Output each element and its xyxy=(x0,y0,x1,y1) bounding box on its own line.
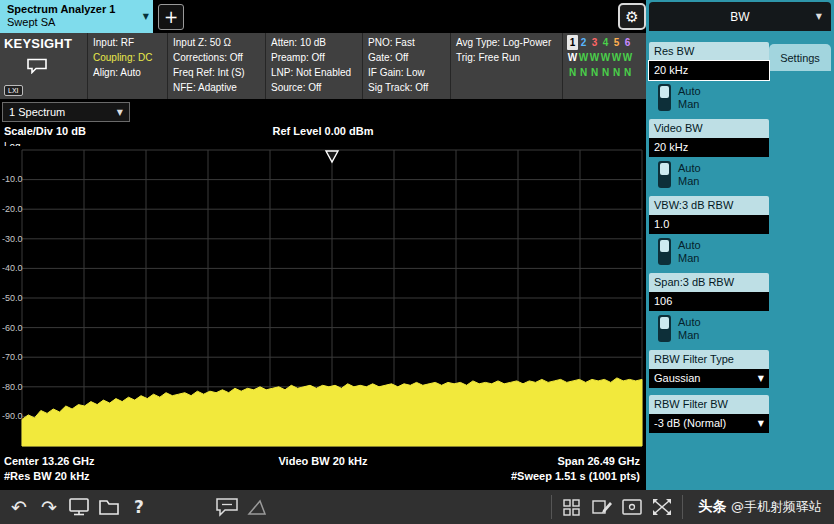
top-bar: Spectrum Analyzer 1 Swept SA ▼ + ⚙ xyxy=(0,0,646,33)
coupling-setting: Coupling: DC xyxy=(93,50,162,65)
rbw-filter-bw-selected: -3 dB (Normal) xyxy=(654,417,726,429)
res-bw-key[interactable]: Res BW xyxy=(649,42,769,61)
impedance-settings-column: Input Z: 50 Ω Corrections: Off Freq Ref:… xyxy=(168,33,266,99)
trace-2-detector: N xyxy=(578,65,589,80)
man-option[interactable]: Man xyxy=(678,252,701,265)
video-bw-value[interactable]: 20 kHz xyxy=(649,138,769,157)
trace-6-type: W xyxy=(622,50,633,65)
video-bw-auto-man-toggle[interactable]: Auto Man xyxy=(649,157,769,189)
toolbar-divider xyxy=(682,495,683,519)
man-option[interactable]: Man xyxy=(678,175,701,188)
chevron-down-icon: ▼ xyxy=(117,108,123,117)
redo-icon[interactable]: ↷ xyxy=(34,493,64,521)
mode-tab-title: Spectrum Analyzer 1 xyxy=(7,3,137,16)
span-annotation[interactable]: Span 26.49 GHz xyxy=(557,455,640,467)
auto-option[interactable]: Auto xyxy=(678,239,701,252)
trace-3-number[interactable]: 3 xyxy=(589,35,600,50)
mode-tab-swept-sa[interactable]: Spectrum Analyzer 1 Swept SA ▼ xyxy=(0,0,153,33)
span-rbw-key[interactable]: Span:3 dB RBW xyxy=(649,273,769,292)
y-tick: -40.0 xyxy=(2,263,23,273)
vbw-rbw-key[interactable]: VBW:3 dB RBW xyxy=(649,196,769,215)
bottom-toolbar: ↶ ↷ ? 头条 @手机射频 xyxy=(0,490,834,524)
spectrum-trace-svg[interactable] xyxy=(0,146,646,454)
video-bw-annotation[interactable]: Video BW 20 kHz xyxy=(0,455,646,467)
trace-5-detector: N xyxy=(611,65,622,80)
trace-numbers-row: 123456 xyxy=(567,35,642,50)
sig-track-setting: Sig Track: Off xyxy=(368,80,445,95)
brand-column: KEYSIGHT LXI xyxy=(0,33,88,99)
chart-footer: Center 13.26 GHz Video BW 20 kHz Span 26… xyxy=(0,455,646,485)
trace-5-number[interactable]: 5 xyxy=(611,35,622,50)
status-header: KEYSIGHT LXI Input: RF Coupling: DC Alig… xyxy=(0,33,646,99)
trace-status-block[interactable]: 123456 WWWWWW NNNNNN xyxy=(563,33,646,99)
auto-option[interactable]: Auto xyxy=(678,85,701,98)
span-rbw-value[interactable]: 106 xyxy=(649,292,769,311)
trace-2-number[interactable]: 2 xyxy=(578,35,589,50)
menu-item-vbw-rbw-ratio: VBW:3 dB RBW 1.0 Auto Man xyxy=(649,196,769,266)
trace-1-number[interactable]: 1 xyxy=(567,35,578,50)
edit-layout-icon[interactable] xyxy=(587,493,617,521)
span-rbw-auto-man-toggle[interactable]: Auto Man xyxy=(649,311,769,343)
ref-level-label[interactable]: Ref Level 0.00 dBm xyxy=(0,125,646,137)
auto-option[interactable]: Auto xyxy=(678,162,701,175)
vbw-rbw-auto-man-toggle[interactable]: Auto Man xyxy=(649,234,769,266)
fullscreen-expand-icon[interactable] xyxy=(647,493,677,521)
y-tick: -80.0 xyxy=(2,382,23,392)
add-tab-button[interactable]: + xyxy=(158,4,184,30)
trace-6-number[interactable]: 6 xyxy=(622,35,633,50)
rbw-filter-bw-key[interactable]: RBW Filter BW xyxy=(649,395,769,414)
y-tick: -30.0 xyxy=(2,234,23,244)
tab-settings[interactable]: Settings xyxy=(769,44,831,71)
menu-item-span-rbw-ratio: Span:3 dB RBW 106 Auto Man xyxy=(649,273,769,343)
toggle-switch-icon[interactable] xyxy=(658,238,671,265)
video-bw-key[interactable]: Video BW xyxy=(649,119,769,138)
menu-title-dropdown[interactable]: BW ▼ xyxy=(649,2,831,31)
rbw-filter-bw-value[interactable]: -3 dB (Normal) ▼ xyxy=(649,414,769,433)
trigger-setting: Trig: Free Run xyxy=(456,50,557,65)
annotation-bubble-icon[interactable] xyxy=(212,493,242,521)
display-window-icon[interactable] xyxy=(617,493,647,521)
message-bubble-icon[interactable] xyxy=(26,58,48,78)
menu-items-column: Res BW 20 kHz Auto Man Video BW 20 kHz A… xyxy=(649,42,769,440)
keysight-logo: KEYSIGHT xyxy=(0,33,87,51)
marker-triangle-icon[interactable] xyxy=(242,493,272,521)
auto-option[interactable]: Auto xyxy=(678,316,701,329)
file-folder-icon[interactable] xyxy=(94,493,124,521)
vbw-rbw-value[interactable]: 1.0 xyxy=(649,215,769,234)
sweep-annotation[interactable]: #Sweep 1.51 s (1001 pts) xyxy=(511,470,640,482)
chevron-down-icon: ▼ xyxy=(143,12,149,21)
gear-icon[interactable]: ⚙ xyxy=(618,3,646,30)
input-z-setting: Input Z: 50 Ω xyxy=(173,35,260,50)
watermark-logo-text: 头条 xyxy=(698,498,726,514)
bw-menu-panel: BW ▼ Settings Res BW 20 kHz Auto Man Vid… xyxy=(646,0,834,490)
lxi-badge: LXI xyxy=(4,85,23,96)
man-option[interactable]: Man xyxy=(678,329,701,342)
grid-select-icon[interactable] xyxy=(557,493,587,521)
man-option[interactable]: Man xyxy=(678,98,701,111)
trace-1-type: W xyxy=(567,50,578,65)
mode-tab-subtitle: Swept SA xyxy=(7,16,137,29)
spectrum-analyzer-app: Spectrum Analyzer 1 Swept SA ▼ + ⚙ KEYSI… xyxy=(0,0,834,524)
toggle-switch-icon[interactable] xyxy=(658,161,671,188)
toggle-switch-icon[interactable] xyxy=(658,315,671,342)
rbw-filter-type-key[interactable]: RBW Filter Type xyxy=(649,350,769,369)
chevron-down-icon: ▼ xyxy=(758,419,764,428)
gate-setting: Gate: Off xyxy=(368,50,445,65)
trace-4-number[interactable]: 4 xyxy=(600,35,611,50)
help-icon[interactable]: ? xyxy=(124,493,154,521)
res-bw-annotation[interactable]: #Res BW 20 kHz xyxy=(4,470,90,482)
atten-setting: Atten: 10 dB xyxy=(271,35,357,50)
res-bw-auto-man-toggle[interactable]: Auto Man xyxy=(649,80,769,112)
screenshot-icon[interactable] xyxy=(64,493,94,521)
average-settings-column: Avg Type: Log-Power Trig: Free Run xyxy=(451,33,563,99)
toggle-switch-icon[interactable] xyxy=(658,84,671,111)
align-setting: Align: Auto xyxy=(93,65,162,80)
spectrum-plot[interactable]: -10.0 -20.0 -30.0 -40.0 -50.0 -60.0 -70.… xyxy=(0,146,646,454)
trace-selector-dropdown[interactable]: 1 Spectrum ▼ xyxy=(2,102,130,122)
trace-4-type: W xyxy=(600,50,611,65)
undo-icon[interactable]: ↶ xyxy=(4,493,34,521)
y-tick: -70.0 xyxy=(2,352,23,362)
rbw-filter-type-value[interactable]: Gaussian ▼ xyxy=(649,369,769,388)
toolbar-divider xyxy=(551,495,552,519)
res-bw-value[interactable]: 20 kHz xyxy=(649,61,769,80)
